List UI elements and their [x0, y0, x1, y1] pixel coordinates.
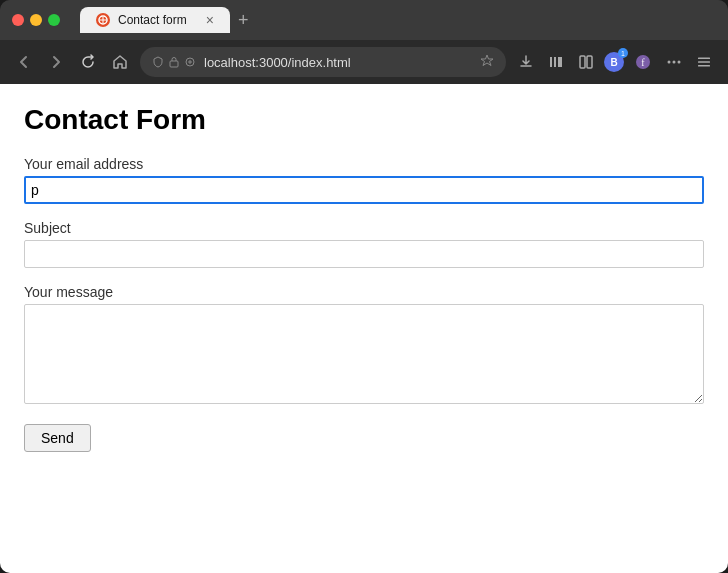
page-content: Contact Form Your email address Subject … — [0, 84, 728, 573]
reader-mode-icon[interactable] — [574, 50, 598, 74]
contact-form: Your email address Subject Your message … — [24, 156, 704, 452]
menu-icon[interactable] — [692, 50, 716, 74]
svg-point-14 — [678, 61, 681, 64]
extension2-icon[interactable]: f — [630, 49, 656, 75]
address-bar[interactable]: localhost:3000/index.html — [140, 47, 506, 77]
bookmark-icon[interactable] — [480, 54, 494, 71]
tab-close-button[interactable]: × — [206, 13, 214, 27]
home-button[interactable] — [108, 50, 132, 74]
email-input[interactable] — [24, 176, 704, 204]
active-tab[interactable]: Contact form × — [80, 7, 230, 33]
subject-input[interactable] — [24, 240, 704, 268]
tab-title: Contact form — [118, 13, 198, 27]
close-window-button[interactable] — [12, 14, 24, 26]
svg-rect-17 — [698, 65, 710, 67]
tab-bar: Contact form × + — [80, 7, 716, 33]
svg-point-13 — [673, 61, 676, 64]
more-tools-icon[interactable] — [662, 50, 686, 74]
message-label: Your message — [24, 284, 704, 300]
back-button[interactable] — [12, 50, 36, 74]
browser-window: Contact form × + — [0, 0, 728, 573]
send-button[interactable]: Send — [24, 424, 91, 452]
maximize-window-button[interactable] — [48, 14, 60, 26]
extension-icon[interactable]: B 1 — [604, 52, 624, 72]
svg-point-12 — [668, 61, 671, 64]
url-text: localhost:3000/index.html — [204, 55, 472, 70]
message-group: Your message — [24, 284, 704, 408]
subject-label: Subject — [24, 220, 704, 236]
nav-bar: localhost:3000/index.html — [0, 40, 728, 84]
page-title: Contact Form — [24, 104, 704, 136]
minimize-window-button[interactable] — [30, 14, 42, 26]
svg-rect-9 — [587, 56, 592, 68]
tab-favicon-icon — [96, 13, 110, 27]
refresh-button[interactable] — [76, 50, 100, 74]
download-icon[interactable] — [514, 50, 538, 74]
new-tab-button[interactable]: + — [230, 10, 257, 31]
library-icon[interactable] — [544, 50, 568, 74]
email-label: Your email address — [24, 156, 704, 172]
svg-rect-15 — [698, 58, 710, 60]
subject-group: Subject — [24, 220, 704, 268]
svg-rect-7 — [558, 57, 562, 67]
svg-rect-8 — [580, 56, 585, 68]
forward-button[interactable] — [44, 50, 68, 74]
email-group: Your email address — [24, 156, 704, 204]
extension-badge: 1 — [618, 48, 628, 58]
address-bar-security-icons — [152, 56, 196, 68]
nav-right-icons: B 1 f — [514, 49, 716, 75]
title-bar: Contact form × + — [0, 0, 728, 40]
svg-rect-6 — [554, 57, 556, 67]
message-textarea[interactable] — [24, 304, 704, 404]
svg-rect-5 — [550, 57, 552, 67]
svg-rect-16 — [698, 61, 710, 63]
svg-rect-3 — [170, 61, 178, 67]
traffic-lights — [12, 14, 60, 26]
